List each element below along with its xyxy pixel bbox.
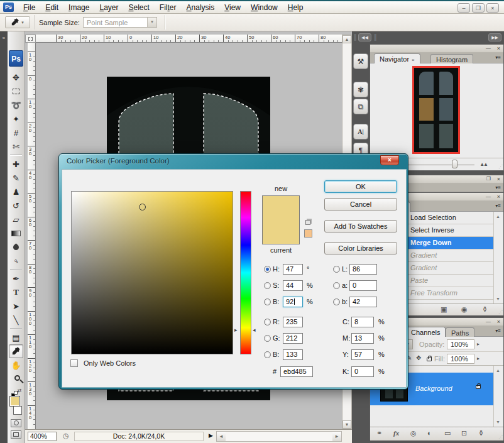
web-safe-swatch[interactable] bbox=[304, 229, 312, 238]
scroll-up-icon[interactable]: ▲ bbox=[496, 368, 500, 373]
menu-edit[interactable]: Edit bbox=[40, 3, 63, 12]
color-field-marker[interactable] bbox=[139, 204, 146, 211]
dodge-tool[interactable]: ♀ bbox=[9, 254, 23, 268]
doc-size-status[interactable]: Doc: 24,0K/24,0K bbox=[74, 432, 204, 441]
panel-menu-icon[interactable]: ▾≡ bbox=[495, 55, 501, 60]
clone-source-icon[interactable]: ⧉ bbox=[353, 99, 368, 114]
tab-navigator[interactable]: Navigator× bbox=[374, 53, 420, 63]
sample-size-dropdown[interactable]: Point Sample ▾ bbox=[83, 17, 157, 28]
actions-scrollbar[interactable]: ▲▼ bbox=[493, 212, 503, 304]
brightness-input[interactable]: 92 bbox=[283, 297, 303, 307]
scroll-left-icon[interactable]: ◂ bbox=[217, 432, 226, 441]
restore-button[interactable]: ❐ bbox=[472, 3, 485, 13]
menu-select[interactable]: Select bbox=[123, 3, 154, 12]
vertical-ruler[interactable]: 1 001 02 03 04 05 06 07 08 09 01 0 01 1 … bbox=[28, 43, 36, 429]
blue-radio[interactable] bbox=[264, 351, 271, 358]
fill-field[interactable]: 100% bbox=[447, 354, 474, 364]
menu-analysis[interactable]: Analysis bbox=[182, 3, 220, 12]
panel-menu-icon[interactable]: ▾≡ bbox=[495, 203, 501, 209]
clone-stamp-tool[interactable]: ♟ bbox=[9, 185, 23, 199]
yellow-input[interactable]: 57 bbox=[351, 349, 374, 360]
tab-channels[interactable]: Channels bbox=[405, 327, 446, 337]
quick-selection-tool[interactable]: ✦ bbox=[9, 112, 23, 126]
notes-tool[interactable]: ▤ bbox=[9, 331, 23, 344]
green-input[interactable]: 212 bbox=[283, 333, 303, 344]
close-panel-icon[interactable]: × bbox=[497, 45, 500, 52]
scroll-up-icon[interactable]: ▲ bbox=[496, 214, 500, 219]
menu-image[interactable]: Image bbox=[63, 3, 94, 12]
hue-slider-handle-left[interactable]: ▸ bbox=[234, 327, 238, 333]
tab-histogram[interactable]: Histogram bbox=[430, 54, 473, 63]
color-field[interactable] bbox=[71, 191, 233, 354]
saturation-radio[interactable] bbox=[264, 282, 271, 289]
minimize-button[interactable]: – bbox=[457, 3, 470, 13]
brightness-radio[interactable] bbox=[264, 298, 271, 305]
screen-mode[interactable] bbox=[9, 427, 23, 441]
zoom-tool[interactable] bbox=[9, 372, 23, 386]
tab-paths[interactable]: Paths bbox=[446, 327, 474, 337]
lab-l-radio[interactable] bbox=[333, 266, 340, 273]
hand-tool[interactable]: ✋ bbox=[9, 358, 23, 372]
minimize-panel-icon[interactable]: — bbox=[486, 194, 491, 199]
hex-input[interactable]: ebd485 bbox=[280, 366, 313, 377]
path-selection-tool[interactable]: ➤ bbox=[9, 299, 23, 313]
ruler-origin-corner[interactable] bbox=[25, 35, 36, 43]
adjustment-layer-icon[interactable]: ◐ bbox=[427, 429, 432, 437]
zoom-in-icon[interactable]: ▲▲ bbox=[479, 161, 487, 167]
layer-style-icon[interactable]: fx bbox=[393, 429, 399, 437]
red-radio[interactable] bbox=[264, 319, 271, 325]
web-color-cube-icon[interactable] bbox=[305, 220, 310, 225]
hue-slider-handle-right[interactable]: ◂ bbox=[253, 327, 256, 333]
new-layer-icon[interactable]: ⊡ bbox=[461, 429, 467, 437]
move-tool[interactable]: ✥ bbox=[9, 70, 23, 84]
menu-file[interactable]: File bbox=[18, 3, 40, 12]
saturation-input[interactable]: 44 bbox=[283, 280, 303, 291]
panel-menu-icon[interactable]: ▾≡ bbox=[495, 328, 501, 334]
layer-mask-icon[interactable]: ◎ bbox=[410, 429, 417, 437]
navigator-proxy-view[interactable] bbox=[412, 66, 460, 154]
menu-window[interactable]: Window bbox=[246, 3, 283, 12]
current-tool-chip[interactable]: ▾ bbox=[5, 16, 30, 28]
group-icon[interactable]: ▭ bbox=[444, 429, 451, 437]
close-panel-icon[interactable]: × bbox=[497, 319, 500, 325]
lab-b-input[interactable]: 42 bbox=[349, 297, 377, 307]
cancel-button[interactable]: Cancel bbox=[324, 198, 397, 211]
red-input[interactable]: 235 bbox=[283, 317, 303, 327]
lock-all-icon[interactable] bbox=[427, 358, 432, 361]
green-radio[interactable] bbox=[264, 335, 271, 342]
menu-view[interactable]: View bbox=[219, 3, 246, 12]
scroll-up-icon[interactable]: ▲ bbox=[342, 35, 351, 43]
link-layers-icon[interactable]: ⚭ bbox=[376, 429, 382, 437]
magenta-input[interactable]: 13 bbox=[351, 333, 374, 344]
color-swatches[interactable] bbox=[9, 395, 23, 416]
hue-radio[interactable] bbox=[264, 266, 271, 273]
horizontal-scrollbar[interactable]: ◂ ▸ bbox=[216, 431, 342, 442]
line-tool[interactable]: ╲ bbox=[9, 313, 23, 327]
delete-icon[interactable]: ⚱ bbox=[482, 305, 488, 314]
layers-scrollbar[interactable]: ▲ ▼ bbox=[493, 366, 503, 427]
lasso-tool[interactable]: ➰ bbox=[9, 98, 23, 112]
scroll-down-icon[interactable]: ▼ bbox=[342, 420, 351, 429]
menu-filter[interactable]: Filter bbox=[155, 3, 182, 12]
cyan-input[interactable]: 8 bbox=[351, 317, 374, 327]
hue-slider[interactable] bbox=[240, 191, 251, 354]
panel-menu-icon[interactable]: ▾≡ bbox=[495, 185, 501, 190]
scroll-right-icon[interactable]: ▸ bbox=[332, 432, 341, 441]
minimize-panel-icon[interactable]: — bbox=[486, 319, 491, 324]
new-action-icon[interactable]: ◉ bbox=[461, 305, 468, 314]
type-tool[interactable]: T bbox=[9, 285, 23, 299]
resize-grip[interactable]: ⋰ bbox=[498, 435, 502, 440]
hue-input[interactable]: 47 bbox=[283, 264, 303, 275]
spot-healing-brush-tool[interactable]: ✚ bbox=[9, 157, 23, 171]
character-icon[interactable]: A| bbox=[353, 124, 368, 139]
brushes-icon[interactable]: ✾ bbox=[353, 82, 368, 97]
slice-tool[interactable]: ✄ bbox=[9, 139, 23, 153]
gradient-tool[interactable] bbox=[9, 226, 23, 240]
black-input[interactable]: 0 bbox=[351, 366, 374, 377]
delete-layer-icon[interactable]: ⚱ bbox=[478, 429, 484, 437]
layer-name[interactable]: Background bbox=[415, 385, 452, 392]
zoom-slider-thumb[interactable] bbox=[452, 160, 457, 168]
eraser-tool[interactable]: ▱ bbox=[9, 212, 23, 226]
resize-grip[interactable]: ⋰ bbox=[498, 164, 502, 169]
minimize-panel-icon[interactable]: — bbox=[486, 45, 491, 51]
